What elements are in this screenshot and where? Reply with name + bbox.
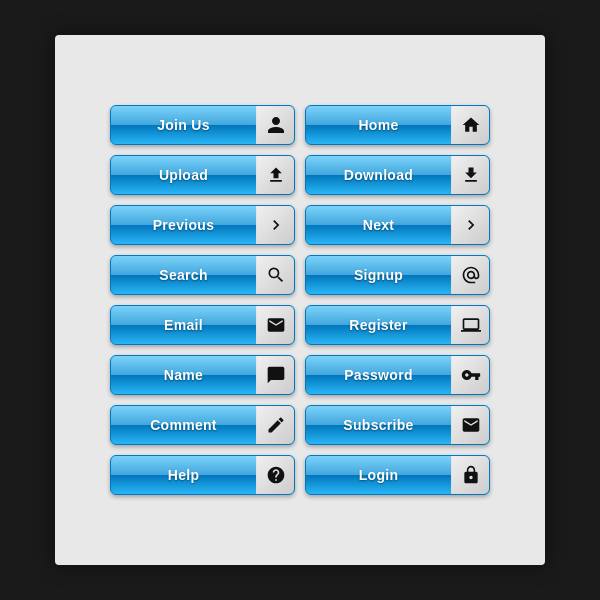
name-icon [256, 356, 294, 394]
subscribe-icon [451, 406, 489, 444]
join-us-label: Join Us [111, 117, 256, 133]
subscribe-button[interactable]: Subscribe [305, 405, 490, 445]
login-button[interactable]: Login [305, 455, 490, 495]
upload-icon [256, 156, 294, 194]
upload-label: Upload [111, 167, 256, 183]
home-label: Home [306, 117, 451, 133]
comment-icon [256, 406, 294, 444]
home-icon [451, 106, 489, 144]
email-icon [256, 306, 294, 344]
upload-button[interactable]: Upload [110, 155, 295, 195]
subscribe-label: Subscribe [306, 417, 451, 433]
previous-button[interactable]: Previous [110, 205, 295, 245]
register-button[interactable]: Register [305, 305, 490, 345]
home-button[interactable]: Home [305, 105, 490, 145]
card: Join Us Home Upload Download Previous Ne… [55, 35, 545, 565]
email-label: Email [111, 317, 256, 333]
download-icon [451, 156, 489, 194]
next-icon [451, 206, 489, 244]
next-label: Next [306, 217, 451, 233]
comment-label: Comment [111, 417, 256, 433]
help-button[interactable]: Help [110, 455, 295, 495]
join-us-icon [256, 106, 294, 144]
register-label: Register [306, 317, 451, 333]
button-grid: Join Us Home Upload Download Previous Ne… [90, 85, 510, 515]
help-label: Help [111, 467, 256, 483]
next-button[interactable]: Next [305, 205, 490, 245]
previous-icon [256, 206, 294, 244]
signup-button[interactable]: Signup [305, 255, 490, 295]
password-button[interactable]: Password [305, 355, 490, 395]
signup-icon [451, 256, 489, 294]
login-icon [451, 456, 489, 494]
help-icon [256, 456, 294, 494]
login-label: Login [306, 467, 451, 483]
name-button[interactable]: Name [110, 355, 295, 395]
password-icon [451, 356, 489, 394]
previous-label: Previous [111, 217, 256, 233]
search-icon [256, 256, 294, 294]
search-button[interactable]: Search [110, 255, 295, 295]
password-label: Password [306, 367, 451, 383]
download-label: Download [306, 167, 451, 183]
download-button[interactable]: Download [305, 155, 490, 195]
register-icon [451, 306, 489, 344]
name-label: Name [111, 367, 256, 383]
comment-button[interactable]: Comment [110, 405, 295, 445]
signup-label: Signup [306, 267, 451, 283]
join-us-button[interactable]: Join Us [110, 105, 295, 145]
search-label: Search [111, 267, 256, 283]
email-button[interactable]: Email [110, 305, 295, 345]
